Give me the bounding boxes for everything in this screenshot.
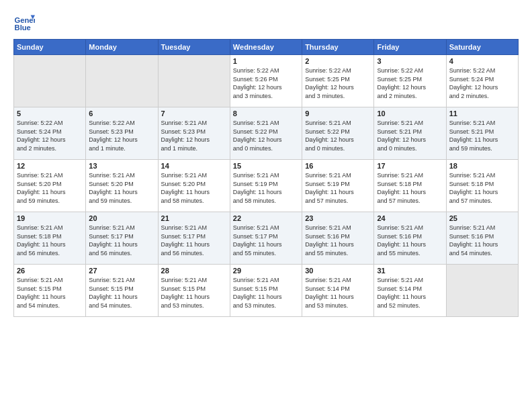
calendar-cell: 28Sunrise: 5:21 AM Sunset: 5:15 PM Dayli…	[158, 265, 230, 317]
weekday-header: Tuesday	[158, 40, 230, 55]
day-info: Sunrise: 5:21 AM Sunset: 5:21 PM Dayligh…	[377, 119, 443, 152]
calendar-cell: 31Sunrise: 5:21 AM Sunset: 5:14 PM Dayli…	[374, 265, 446, 317]
day-info: Sunrise: 5:21 AM Sunset: 5:17 PM Dayligh…	[89, 224, 154, 257]
day-info: Sunrise: 5:21 AM Sunset: 5:20 PM Dayligh…	[161, 171, 227, 205]
calendar-table: SundayMondayTuesdayWednesdayThursdayFrid…	[13, 39, 519, 317]
day-info: Sunrise: 5:21 AM Sunset: 5:22 PM Dayligh…	[305, 119, 371, 152]
calendar-header: SundayMondayTuesdayWednesdayThursdayFrid…	[14, 40, 519, 55]
day-info: Sunrise: 5:21 AM Sunset: 5:23 PM Dayligh…	[161, 119, 227, 152]
calendar-cell: 7Sunrise: 5:21 AM Sunset: 5:23 PM Daylig…	[158, 107, 230, 160]
day-number: 1	[233, 57, 299, 65]
day-number: 5	[17, 109, 83, 118]
calendar-week-row: 19Sunrise: 5:21 AM Sunset: 5:18 PM Dayli…	[14, 212, 519, 265]
logo-icon: General Blue	[13, 11, 35, 32]
day-number: 12	[17, 162, 83, 170]
calendar-cell: 17Sunrise: 5:21 AM Sunset: 5:18 PM Dayli…	[374, 160, 446, 212]
calendar-cell: 30Sunrise: 5:21 AM Sunset: 5:14 PM Dayli…	[302, 265, 374, 317]
day-info: Sunrise: 5:21 AM Sunset: 5:16 PM Dayligh…	[305, 224, 371, 257]
calendar-cell: 24Sunrise: 5:21 AM Sunset: 5:16 PM Dayli…	[374, 212, 446, 265]
day-number: 17	[377, 162, 443, 170]
day-number: 14	[161, 162, 227, 170]
calendar-cell: 26Sunrise: 5:21 AM Sunset: 5:15 PM Dayli…	[14, 265, 86, 317]
calendar-cell	[158, 55, 230, 107]
page: General Blue SundayMondayTuesdayWednesda…	[0, 0, 532, 411]
calendar-cell	[14, 55, 86, 107]
calendar-cell: 15Sunrise: 5:21 AM Sunset: 5:19 PM Dayli…	[230, 160, 302, 212]
svg-text:Blue: Blue	[15, 24, 31, 32]
calendar-cell: 29Sunrise: 5:21 AM Sunset: 5:15 PM Dayli…	[230, 265, 302, 317]
weekday-header: Saturday	[446, 40, 518, 55]
day-info: Sunrise: 5:22 AM Sunset: 5:26 PM Dayligh…	[233, 66, 299, 100]
day-info: Sunrise: 5:21 AM Sunset: 5:21 PM Dayligh…	[449, 119, 515, 152]
calendar-cell: 8Sunrise: 5:21 AM Sunset: 5:22 PM Daylig…	[230, 107, 302, 160]
logo: General Blue	[13, 11, 35, 32]
calendar-cell: 16Sunrise: 5:21 AM Sunset: 5:19 PM Dayli…	[302, 160, 374, 212]
calendar-body: 1Sunrise: 5:22 AM Sunset: 5:26 PM Daylig…	[14, 55, 519, 317]
day-info: Sunrise: 5:21 AM Sunset: 5:14 PM Dayligh…	[377, 276, 443, 310]
weekday-header: Thursday	[302, 40, 374, 55]
day-number: 24	[377, 214, 443, 222]
day-number: 9	[305, 109, 371, 118]
weekday-header: Friday	[374, 40, 446, 55]
calendar-cell: 9Sunrise: 5:21 AM Sunset: 5:22 PM Daylig…	[302, 107, 374, 160]
calendar-cell	[446, 265, 518, 317]
day-number: 27	[89, 267, 154, 275]
calendar-week-row: 5Sunrise: 5:22 AM Sunset: 5:24 PM Daylig…	[14, 107, 519, 160]
calendar-cell: 21Sunrise: 5:21 AM Sunset: 5:17 PM Dayli…	[158, 212, 230, 265]
day-number: 2	[305, 57, 371, 65]
calendar-cell: 6Sunrise: 5:22 AM Sunset: 5:23 PM Daylig…	[86, 107, 158, 160]
calendar-cell: 25Sunrise: 5:21 AM Sunset: 5:16 PM Dayli…	[446, 212, 518, 265]
day-number: 15	[233, 162, 299, 170]
day-info: Sunrise: 5:22 AM Sunset: 5:24 PM Dayligh…	[449, 66, 515, 100]
day-number: 18	[449, 162, 515, 170]
calendar-cell: 5Sunrise: 5:22 AM Sunset: 5:24 PM Daylig…	[14, 107, 86, 160]
day-number: 10	[377, 109, 443, 118]
day-info: Sunrise: 5:21 AM Sunset: 5:17 PM Dayligh…	[233, 224, 299, 257]
day-number: 26	[17, 267, 83, 275]
day-info: Sunrise: 5:21 AM Sunset: 5:22 PM Dayligh…	[233, 119, 299, 152]
calendar-cell: 11Sunrise: 5:21 AM Sunset: 5:21 PM Dayli…	[446, 107, 518, 160]
day-number: 28	[161, 267, 227, 275]
day-number: 30	[305, 267, 371, 275]
day-number: 20	[89, 214, 154, 222]
day-number: 31	[377, 267, 443, 275]
day-info: Sunrise: 5:22 AM Sunset: 5:24 PM Dayligh…	[17, 119, 83, 152]
calendar-cell: 4Sunrise: 5:22 AM Sunset: 5:24 PM Daylig…	[446, 55, 518, 107]
calendar-cell	[86, 55, 158, 107]
day-info: Sunrise: 5:21 AM Sunset: 5:15 PM Dayligh…	[233, 276, 299, 310]
calendar-cell: 22Sunrise: 5:21 AM Sunset: 5:17 PM Dayli…	[230, 212, 302, 265]
day-number: 21	[161, 214, 227, 222]
day-number: 29	[233, 267, 299, 275]
calendar-cell: 2Sunrise: 5:22 AM Sunset: 5:25 PM Daylig…	[302, 55, 374, 107]
day-info: Sunrise: 5:21 AM Sunset: 5:15 PM Dayligh…	[17, 276, 83, 310]
header: General Blue	[13, 11, 519, 32]
day-number: 22	[233, 214, 299, 222]
day-info: Sunrise: 5:21 AM Sunset: 5:16 PM Dayligh…	[449, 224, 515, 257]
day-number: 19	[17, 214, 83, 222]
day-info: Sunrise: 5:21 AM Sunset: 5:16 PM Dayligh…	[377, 224, 443, 257]
calendar-cell: 27Sunrise: 5:21 AM Sunset: 5:15 PM Dayli…	[86, 265, 158, 317]
weekday-header: Wednesday	[230, 40, 302, 55]
calendar-cell: 19Sunrise: 5:21 AM Sunset: 5:18 PM Dayli…	[14, 212, 86, 265]
day-number: 13	[89, 162, 154, 170]
day-number: 23	[305, 214, 371, 222]
calendar-cell: 1Sunrise: 5:22 AM Sunset: 5:26 PM Daylig…	[230, 55, 302, 107]
day-info: Sunrise: 5:21 AM Sunset: 5:19 PM Dayligh…	[233, 171, 299, 205]
day-info: Sunrise: 5:22 AM Sunset: 5:23 PM Dayligh…	[89, 119, 154, 152]
day-number: 6	[89, 109, 154, 118]
day-info: Sunrise: 5:22 AM Sunset: 5:25 PM Dayligh…	[377, 66, 443, 100]
calendar-cell: 23Sunrise: 5:21 AM Sunset: 5:16 PM Dayli…	[302, 212, 374, 265]
day-number: 11	[449, 109, 515, 118]
calendar-cell: 10Sunrise: 5:21 AM Sunset: 5:21 PM Dayli…	[374, 107, 446, 160]
calendar-week-row: 12Sunrise: 5:21 AM Sunset: 5:20 PM Dayli…	[14, 160, 519, 212]
calendar-cell: 3Sunrise: 5:22 AM Sunset: 5:25 PM Daylig…	[374, 55, 446, 107]
day-info: Sunrise: 5:22 AM Sunset: 5:25 PM Dayligh…	[305, 66, 371, 100]
calendar-cell: 13Sunrise: 5:21 AM Sunset: 5:20 PM Dayli…	[86, 160, 158, 212]
weekday-row: SundayMondayTuesdayWednesdayThursdayFrid…	[14, 40, 519, 55]
weekday-header: Sunday	[14, 40, 86, 55]
day-number: 7	[161, 109, 227, 118]
day-info: Sunrise: 5:21 AM Sunset: 5:18 PM Dayligh…	[449, 171, 515, 205]
weekday-header: Monday	[86, 40, 158, 55]
day-info: Sunrise: 5:21 AM Sunset: 5:19 PM Dayligh…	[305, 171, 371, 205]
calendar-cell: 20Sunrise: 5:21 AM Sunset: 5:17 PM Dayli…	[86, 212, 158, 265]
